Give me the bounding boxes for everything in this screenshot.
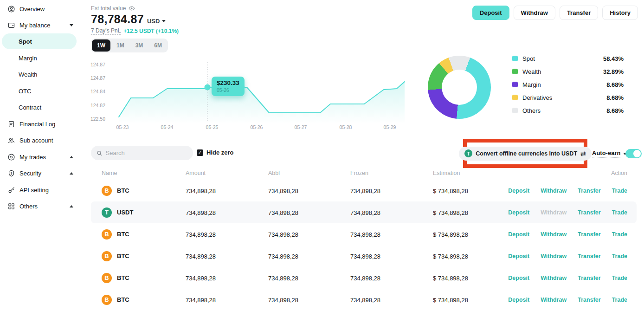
tab-3m[interactable]: 3M bbox=[130, 39, 148, 52]
usdt-icon: T bbox=[102, 207, 112, 218]
sidebar-item-label: Sub account bbox=[19, 137, 53, 144]
tab-label: 1M bbox=[116, 42, 124, 49]
sidebar-item-security[interactable]: $ Security bbox=[0, 165, 80, 181]
deposit-link[interactable]: Deposit bbox=[508, 188, 529, 194]
withdraw-link[interactable]: Withdraw bbox=[541, 231, 567, 238]
sidebar-item-my-balance[interactable]: My balance bbox=[0, 17, 80, 33]
auto-earn-dropdown[interactable]: Auto-earn bbox=[592, 149, 627, 158]
transfer-link[interactable]: Transfer bbox=[578, 231, 600, 238]
currency-label: USD bbox=[147, 18, 160, 25]
table-row: BBTC 734,898,28 734,898,28 734,898,28 $ … bbox=[91, 267, 637, 289]
withdraw-link-disabled: Withdraw bbox=[541, 209, 567, 216]
sidebar-item-spot[interactable]: Spot bbox=[2, 33, 77, 49]
sidebar-item-contract[interactable]: Contract bbox=[0, 99, 80, 115]
amount-cell: 734,898,28 bbox=[186, 231, 216, 238]
amount-cell: 734,898,28 bbox=[186, 187, 216, 194]
people-icon bbox=[7, 136, 15, 144]
abbl-cell: 734,898,28 bbox=[268, 231, 298, 238]
eye-icon[interactable] bbox=[129, 5, 135, 12]
sidebar-item-label: API setting bbox=[19, 187, 49, 194]
withdraw-button-label: Withdraw bbox=[521, 9, 548, 16]
y-axis-tick: 124.87 bbox=[85, 62, 105, 67]
table-row: BBTC 734,898,28 734,898,28 734,898,28 $ … bbox=[91, 245, 637, 267]
hide-zero-label: Hide zero bbox=[206, 149, 234, 156]
abbl-cell: 734,898,28 bbox=[268, 296, 298, 303]
deposit-link[interactable]: Deposit bbox=[508, 231, 529, 238]
amount-cell: 734,898,28 bbox=[186, 253, 216, 259]
transfer-link[interactable]: Transfer bbox=[578, 253, 600, 259]
auto-earn-toggle[interactable] bbox=[625, 149, 642, 158]
header-name: Name bbox=[102, 170, 117, 176]
highlight-dot bbox=[205, 84, 211, 91]
row-actions: Deposit Withdraw Transfer Trade bbox=[508, 209, 627, 216]
sidebar-item-label: OTC bbox=[19, 88, 31, 95]
legend-label: Wealth bbox=[522, 68, 541, 75]
sidebar-item-others[interactable]: Others bbox=[0, 198, 80, 214]
search-icon bbox=[97, 150, 103, 156]
tab-6m[interactable]: 6M bbox=[149, 39, 167, 52]
shield-dollar-icon: $ bbox=[7, 169, 15, 177]
sidebar-item-api-setting[interactable]: API setting bbox=[0, 182, 80, 198]
search-box bbox=[91, 146, 193, 160]
transfer-link[interactable]: Transfer bbox=[578, 209, 600, 216]
deposit-link[interactable]: Deposit bbox=[508, 209, 529, 216]
trade-link[interactable]: Trade bbox=[612, 253, 627, 259]
asset-name: BTC bbox=[117, 296, 129, 303]
estimation-cell: $ 734,898,28 bbox=[433, 187, 468, 194]
convert-to-usdt-button[interactable]: T Convert offline currencies into USDT ⇄ bbox=[459, 147, 592, 161]
tab-label: 6M bbox=[154, 42, 162, 49]
transfer-link[interactable]: Transfer bbox=[578, 297, 600, 303]
tab-label: 3M bbox=[135, 42, 143, 49]
trade-link[interactable]: Trade bbox=[612, 297, 627, 303]
deposit-link[interactable]: Deposit bbox=[508, 297, 529, 303]
btc-icon: B bbox=[102, 295, 112, 305]
trade-link[interactable]: Trade bbox=[612, 231, 627, 238]
sidebar-item-financial-log[interactable]: Financial Log bbox=[0, 116, 80, 132]
withdraw-link[interactable]: Withdraw bbox=[541, 297, 567, 303]
tab-1w[interactable]: 1W bbox=[92, 39, 110, 52]
currency-selector[interactable]: USD bbox=[147, 18, 166, 25]
y-axis-tick: 124.84 bbox=[85, 89, 105, 94]
deposit-button[interactable]: Deposit bbox=[472, 6, 509, 20]
toggle-knob bbox=[633, 150, 641, 157]
legend-label: Margin bbox=[522, 81, 541, 88]
btc-icon: B bbox=[102, 186, 112, 196]
sidebar-item-wealth[interactable]: Wealth bbox=[0, 66, 80, 82]
trade-link[interactable]: Trade bbox=[612, 275, 627, 281]
sidebar-item-otc[interactable]: OTC bbox=[0, 83, 80, 99]
search-input[interactable] bbox=[106, 149, 187, 156]
range-tabs: 1W 1M 3M 6M bbox=[91, 39, 168, 52]
deposit-link[interactable]: Deposit bbox=[508, 275, 529, 281]
total-value: 78,784.87 bbox=[91, 13, 144, 26]
balance-line-chart[interactable] bbox=[107, 60, 413, 124]
wallet-icon bbox=[7, 21, 15, 29]
tab-label: 1W bbox=[97, 42, 105, 49]
estimation-cell: $ 734,898,28 bbox=[433, 274, 468, 281]
sidebar-item-sub-account[interactable]: Sub account bbox=[0, 132, 80, 148]
asset-name: BTC bbox=[117, 187, 129, 194]
tab-1m[interactable]: 1M bbox=[111, 39, 129, 52]
x-axis-tick: 05-26 bbox=[243, 124, 270, 130]
tooltip-date: 05-26 bbox=[217, 87, 239, 93]
hide-zero-checkbox[interactable]: ✓ Hide zero bbox=[197, 149, 234, 156]
sidebar-item-my-trades[interactable]: My trades bbox=[0, 149, 80, 165]
trade-link[interactable]: Trade bbox=[612, 188, 627, 194]
key-icon bbox=[7, 186, 15, 194]
y-axis-tick: 122.50 bbox=[85, 116, 105, 122]
withdraw-link[interactable]: Withdraw bbox=[541, 253, 567, 259]
withdraw-link[interactable]: Withdraw bbox=[541, 188, 567, 194]
transfer-button[interactable]: Transfer bbox=[560, 6, 598, 20]
history-button[interactable]: History bbox=[602, 6, 638, 20]
header-action: Action bbox=[611, 170, 627, 176]
transfer-link[interactable]: Transfer bbox=[578, 275, 600, 281]
document-icon bbox=[7, 120, 15, 128]
transfer-link[interactable]: Transfer bbox=[578, 188, 600, 194]
sidebar-item-margin[interactable]: Margin bbox=[0, 50, 80, 66]
x-axis-tick: 05-25 bbox=[198, 124, 226, 130]
sidebar-item-overview[interactable]: Overview bbox=[0, 1, 80, 17]
trade-link[interactable]: Trade bbox=[612, 209, 627, 216]
withdraw-link[interactable]: Withdraw bbox=[541, 275, 567, 281]
checkbox-checked-icon[interactable]: ✓ bbox=[197, 149, 203, 156]
deposit-link[interactable]: Deposit bbox=[508, 253, 529, 259]
withdraw-button[interactable]: Withdraw bbox=[514, 6, 555, 20]
